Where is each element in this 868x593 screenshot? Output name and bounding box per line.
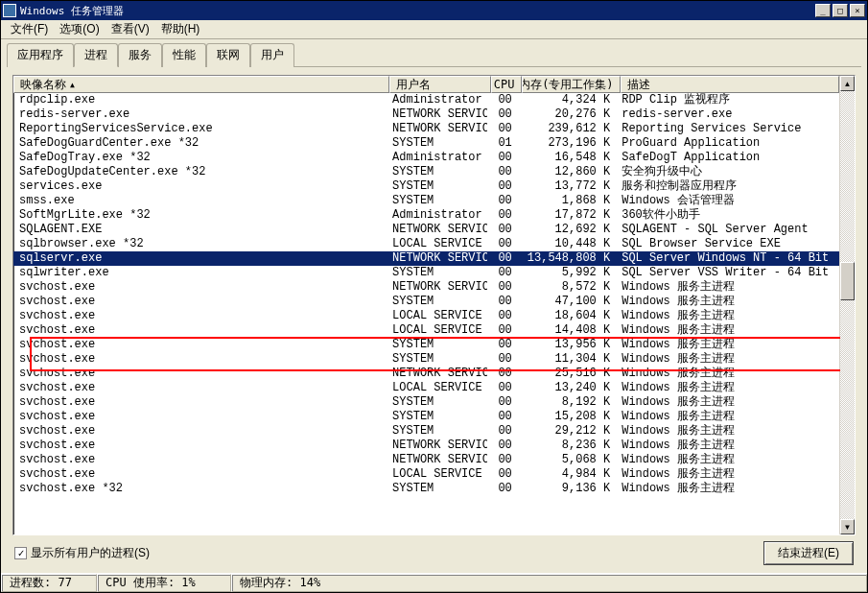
cell: 13,548,808 K [518,251,616,266]
cell: 10,448 K [518,237,616,251]
table-row[interactable]: SafeDogTray.exe *32Administrator0016,548… [13,151,839,165]
cell: 13,956 K [518,338,616,352]
maximize-button[interactable]: □ [833,4,848,17]
cell: svchost.exe [13,467,387,482]
cell: 15,208 K [518,410,616,424]
table-row[interactable]: svchost.exe *32SYSTEM009,136 KWindows 服务… [13,482,839,496]
table-row[interactable]: smss.exeSYSTEM001,868 KWindows 会话管理器 [13,194,839,208]
table-row[interactable]: svchost.exeSYSTEM008,192 KWindows 服务主进程 [13,395,839,410]
table-row[interactable]: svchost.exeLOCAL SERVICE0013,240 KWindow… [13,381,839,395]
cell: svchost.exe [13,367,387,381]
end-process-button[interactable]: 结束进程(E) [763,541,854,565]
cell: 14,408 K [518,323,616,338]
cell: Administrator [387,93,487,107]
cell: 00 [487,381,517,395]
table-row[interactable]: svchost.exeLOCAL SERVICE0014,408 KWindow… [13,323,839,338]
cell: NETWORK SERVICE [387,280,487,295]
cell: sqlwriter.exe [13,266,387,280]
table-row[interactable]: sqlwriter.exeSYSTEM005,992 KSQL Server V… [13,266,839,280]
table-row[interactable]: svchost.exeLOCAL SERVICE0018,604 KWindow… [13,309,839,323]
table-row[interactable]: redis-server.exeNETWORK SERVICE0020,276 … [13,107,839,122]
cell: SafeDogUpdateCenter.exe *32 [13,165,387,179]
cell: 273,196 K [518,136,616,151]
cell: 00 [487,395,517,410]
cell: NETWORK SERVICE [387,251,487,266]
table-row[interactable]: ReportingServicesService.exeNETWORK SERV… [13,122,839,136]
cell: 00 [487,309,517,323]
cell: 4,984 K [518,467,616,482]
table-row[interactable]: svchost.exeSYSTEM0047,100 KWindows 服务主进程 [13,295,839,309]
cell: Windows 服务主进程 [616,295,833,309]
cell: 00 [487,295,517,309]
cell: svchost.exe [13,395,387,410]
table-row[interactable]: SafeDogUpdateCenter.exe *32SYSTEM0012,86… [13,165,839,179]
table-row[interactable]: svchost.exeNETWORK SERVICE008,236 KWindo… [13,439,839,453]
cell: Windows 服务主进程 [616,395,833,410]
tab-3[interactable]: 性能 [162,43,206,67]
menu-options[interactable]: 选项(O) [54,19,105,39]
table-row[interactable]: svchost.exeSYSTEM0011,304 KWindows 服务主进程 [13,352,839,367]
table-row[interactable]: svchost.exeNETWORK SERVICE0025,516 KWind… [13,367,839,381]
table-row[interactable]: SoftMgrLite.exe *32Administrator0017,872… [13,208,839,223]
cell: 00 [487,179,517,194]
cell: redis-server.exe [13,107,387,122]
tab-4[interactable]: 联网 [206,43,250,67]
cell: 00 [487,352,517,367]
titlebar[interactable]: Windows 任务管理器 _ □ × [1,1,867,20]
column-header-4[interactable]: 描述 [621,76,839,93]
cell: 00 [487,266,517,280]
tab-strip: 应用程序进程服务性能联网用户 [1,39,867,67]
scroll-up-icon[interactable]: ▲ [840,76,855,91]
column-header-3[interactable]: 内存(专用工作集) [522,76,621,93]
table-row[interactable]: svchost.exeLOCAL SERVICE004,984 KWindows… [13,467,839,482]
table-row[interactable]: sqlbrowser.exe *32LOCAL SERVICE0010,448 … [13,237,839,251]
task-manager-window: Windows 任务管理器 _ □ × 文件(F) 选项(O) 查看(V) 帮助… [0,0,868,593]
cell: Windows 会话管理器 [616,194,833,208]
tab-2[interactable]: 服务 [118,43,162,67]
table-row[interactable]: rdpclip.exeAdministrator004,324 KRDP Cli… [13,93,839,107]
show-all-users-checkbox[interactable]: ✓ 显示所有用户的进程(S) [14,545,150,561]
cell: SQL Server VSS Writer - 64 Bit [616,266,833,280]
table-row[interactable]: svchost.exeNETWORK SERVICE005,068 KWindo… [13,453,839,467]
table-row[interactable]: SQLAGENT.EXENETWORK SERVICE0012,692 KSQL… [13,223,839,237]
cell: 9,136 K [518,482,616,496]
vertical-scrollbar[interactable]: ▲ ▼ [839,76,855,534]
table-row[interactable]: svchost.exeSYSTEM0015,208 KWindows 服务主进程 [13,410,839,424]
column-header-0[interactable]: 映像名称▲ [13,76,389,93]
table-row[interactable]: svchost.exeSYSTEM0029,212 KWindows 服务主进程 [13,424,839,439]
cell: 5,992 K [518,266,616,280]
cell: Administrator [387,151,487,165]
cell: 29,212 K [518,424,616,439]
cell: svchost.exe [13,424,387,439]
menu-help[interactable]: 帮助(H) [155,19,206,39]
tab-1[interactable]: 进程 [74,43,118,67]
cell: NETWORK SERVICE [387,453,487,467]
scroll-down-icon[interactable]: ▼ [840,519,855,534]
cell: 16,548 K [518,151,616,165]
process-listview[interactable]: 映像名称▲用户名CPU内存(专用工作集)描述 rdpclip.exeAdmini… [12,75,856,535]
minimize-button[interactable]: _ [815,4,831,17]
scroll-thumb[interactable] [840,262,855,300]
menu-file[interactable]: 文件(F) [5,19,54,39]
cell: SYSTEM [387,136,487,151]
cell: SYSTEM [387,179,487,194]
column-header-2[interactable]: CPU [491,76,522,93]
column-header-1[interactable]: 用户名 [389,76,491,93]
menu-view[interactable]: 查看(V) [106,19,155,39]
cell: 25,516 K [518,367,616,381]
cell: svchost.exe [13,338,387,352]
cell: SQLAGENT - SQL Server Agent [616,223,833,237]
cell: Windows 服务主进程 [616,453,833,467]
scroll-track[interactable] [840,91,855,519]
table-row[interactable]: services.exeSYSTEM0013,772 K服务和控制器应用程序 [13,179,839,194]
close-button[interactable]: × [850,4,865,17]
cell: LOCAL SERVICE [387,381,487,395]
table-row[interactable]: svchost.exeSYSTEM0013,956 KWindows 服务主进程 [13,338,839,352]
table-row[interactable]: svchost.exeNETWORK SERVICE008,572 KWindo… [13,280,839,295]
cell: rdpclip.exe [13,93,387,107]
cell: 服务和控制器应用程序 [616,179,833,194]
tab-0[interactable]: 应用程序 [7,43,74,67]
table-row[interactable]: sqlservr.exeNETWORK SERVICE0013,548,808 … [13,251,839,266]
table-row[interactable]: SafeDogGuardCenter.exe *32SYSTEM01273,19… [13,136,839,151]
tab-5[interactable]: 用户 [250,43,294,67]
